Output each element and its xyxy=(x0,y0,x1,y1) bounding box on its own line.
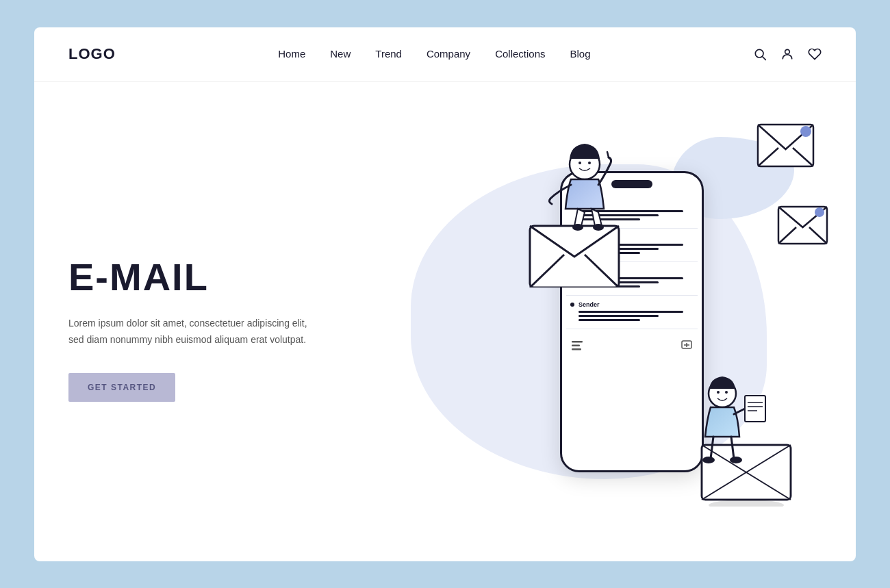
email-line xyxy=(578,319,640,321)
email-row-4: Sender xyxy=(566,296,698,329)
svg-point-19 xyxy=(593,224,604,231)
right-illustration: Sender Sender xyxy=(356,82,822,561)
nav-links: Home New Trend Company Collections Blog xyxy=(278,48,590,60)
hero-title: E-MAIL xyxy=(68,255,356,299)
floating-envelope-mid xyxy=(777,205,828,245)
unread-dot-4 xyxy=(570,303,574,307)
floating-envelope-top xyxy=(756,123,815,168)
nav-item-home[interactable]: Home xyxy=(278,48,305,60)
email-line xyxy=(578,311,683,313)
menu-icon[interactable] xyxy=(572,341,583,350)
svg-rect-29 xyxy=(745,396,765,422)
main-content: E-MAIL Lorem ipsum dolor sit amet, conse… xyxy=(34,82,856,561)
svg-rect-20 xyxy=(572,341,583,343)
logo: LOGO xyxy=(68,45,116,63)
hero-description: Lorem ipsum dolor sit amet, consectetuer… xyxy=(68,316,315,348)
nav-item-company[interactable]: Company xyxy=(427,48,470,60)
svg-point-16 xyxy=(588,162,591,164)
compose-icon[interactable] xyxy=(681,340,692,351)
heart-icon[interactable] xyxy=(808,47,822,61)
search-icon[interactable] xyxy=(753,47,767,61)
svg-point-18 xyxy=(572,224,583,231)
svg-point-37 xyxy=(702,457,715,463)
svg-rect-22 xyxy=(572,348,581,350)
nav-item-trend[interactable]: Trend xyxy=(375,48,402,60)
character-holding-envelope xyxy=(685,370,808,507)
page-wrapper: LOGO Home New Trend Company Collections … xyxy=(34,27,856,561)
phone-bottom-bar xyxy=(562,335,702,357)
svg-line-17 xyxy=(607,152,609,157)
svg-point-28 xyxy=(725,391,728,394)
nav-icons xyxy=(753,47,822,61)
character-sitting xyxy=(523,137,633,287)
svg-point-27 xyxy=(717,391,720,394)
svg-point-38 xyxy=(730,457,742,463)
svg-rect-21 xyxy=(572,344,580,346)
nav-item-blog[interactable]: Blog xyxy=(570,48,591,60)
navbar: LOGO Home New Trend Company Collections … xyxy=(34,27,856,82)
sender-4: Sender xyxy=(578,301,600,308)
left-section: E-MAIL Lorem ipsum dolor sit amet, conse… xyxy=(68,241,356,402)
nav-item-collections[interactable]: Collections xyxy=(495,48,545,60)
get-started-button[interactable]: GET STARTED xyxy=(68,373,175,402)
svg-point-39 xyxy=(709,500,784,507)
nav-item-new[interactable]: New xyxy=(330,48,351,60)
svg-point-15 xyxy=(578,162,581,164)
svg-point-6 xyxy=(800,126,811,137)
svg-point-2 xyxy=(785,49,790,54)
email-line xyxy=(578,315,659,317)
svg-line-1 xyxy=(763,57,766,60)
user-icon[interactable] xyxy=(780,47,794,61)
svg-point-10 xyxy=(815,207,824,217)
